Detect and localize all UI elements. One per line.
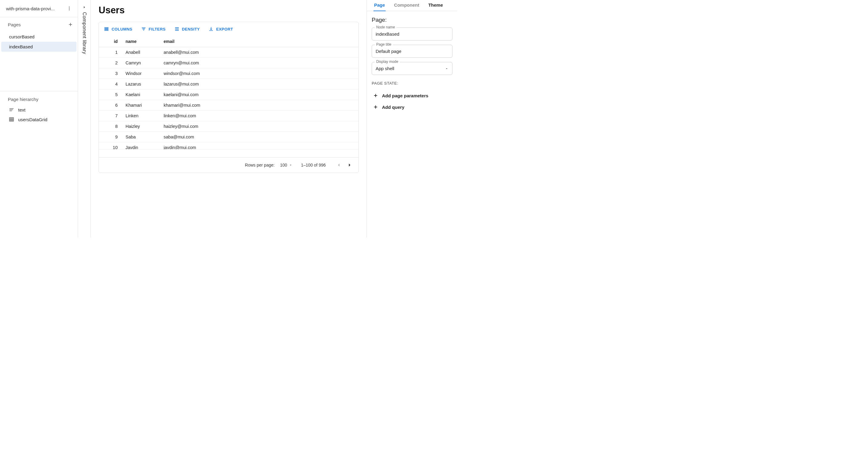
hierarchy-header: Page hierarchy	[0, 95, 78, 105]
cell-id: 5	[99, 90, 123, 100]
svg-rect-14	[106, 27, 107, 31]
panel-heading: Page:	[372, 17, 453, 23]
field-label: Display mode	[375, 60, 400, 64]
inspector-tabs: Page Component Theme	[367, 0, 457, 11]
table-row[interactable]: 3 Windsor windsor@mui.com	[99, 68, 359, 79]
columns-icon	[104, 26, 109, 32]
pagination-info: 1–100 of 996	[301, 163, 326, 167]
component-library-rail: Component library	[78, 0, 91, 237]
pagination-nav	[334, 161, 354, 169]
rail-label[interactable]: Component library	[82, 12, 87, 54]
cell-id: 1	[99, 47, 123, 58]
cell-name: Kaelani	[123, 90, 161, 100]
action-label: Add query	[382, 105, 404, 110]
cell-name: Lazarus	[123, 79, 161, 89]
grid-body: 1 Anabell anabell@mui.com 2 Camryn camry…	[99, 47, 359, 157]
main-canvas: Users COLUMNS FILTERS	[91, 0, 367, 237]
cell-name: Anabell	[123, 47, 161, 58]
project-menu-button[interactable]	[65, 4, 73, 13]
table-row[interactable]: 8 Haizley haizley@mui.com	[99, 121, 359, 132]
cell-email: linken@mui.com	[161, 110, 359, 121]
next-page-button[interactable]	[345, 161, 354, 169]
hierarchy-section: Page hierarchy text usersDataGrid	[0, 91, 78, 124]
cell-email: windsor@mui.com	[161, 68, 359, 78]
users-data-grid: COLUMNS FILTERS DENSITY	[99, 22, 359, 173]
export-label: EXPORT	[216, 27, 233, 31]
display-mode-select[interactable]: App shell	[372, 62, 453, 75]
pages-label: Pages	[8, 22, 66, 27]
cell-id: 7	[99, 110, 123, 121]
hierarchy-item-text[interactable]: text	[0, 105, 78, 115]
page-title-input[interactable]	[372, 45, 453, 58]
prev-page-button[interactable]	[334, 161, 343, 169]
density-button[interactable]: DENSITY	[173, 25, 201, 33]
dropdown-icon	[445, 67, 448, 70]
pages-section-header: Pages	[0, 17, 78, 32]
col-header-name[interactable]: name	[123, 36, 161, 47]
add-query-button[interactable]: Add query	[372, 101, 453, 113]
download-icon	[208, 26, 214, 32]
tab-theme[interactable]: Theme	[428, 2, 443, 11]
cell-name: Windsor	[123, 68, 161, 78]
cell-id: 4	[99, 79, 123, 89]
cell-email: javdin@mui.com	[161, 142, 359, 149]
cell-name: Linken	[123, 110, 161, 121]
cell-name: Camryn	[123, 58, 161, 68]
table-row[interactable]: 9 Saba saba@mui.com	[99, 132, 359, 142]
cell-id: 2	[99, 58, 123, 68]
cell-id: 9	[99, 132, 123, 142]
display-mode-value: App shell	[376, 66, 394, 71]
page-state-heading: PAGE STATE:	[372, 81, 453, 86]
cell-id: 3	[99, 68, 123, 78]
node-name-input[interactable]	[372, 28, 453, 40]
table-row[interactable]: 6 Khamari khamari@mui.com	[99, 100, 359, 110]
table-row[interactable]: 2 Camryn camryn@mui.com	[99, 58, 359, 68]
columns-label: COLUMNS	[112, 27, 132, 31]
expand-rail-button[interactable]	[83, 5, 86, 9]
left-sidebar: with-prisma-data-provi... Pages cursorBa…	[0, 0, 78, 237]
cell-email: khamari@mui.com	[161, 100, 359, 110]
svg-rect-8	[9, 118, 13, 121]
cell-name: Haizley	[123, 121, 161, 131]
grid-header-row: id name email	[99, 36, 359, 47]
cell-email: kaelani@mui.com	[161, 90, 359, 100]
col-header-id[interactable]: id	[99, 36, 123, 47]
page-list: cursorBased indexBased	[0, 32, 78, 52]
add-page-button[interactable]	[66, 20, 75, 29]
project-title: with-prisma-data-provi...	[6, 6, 65, 11]
col-header-email[interactable]: email	[161, 36, 359, 47]
plus-icon	[373, 104, 378, 110]
table-row[interactable]: 5 Kaelani kaelani@mui.com	[99, 90, 359, 100]
action-label: Add page parameters	[382, 93, 428, 98]
rows-per-page-label: Rows per page:	[245, 163, 275, 167]
table-row[interactable]: 1 Anabell anabell@mui.com	[99, 47, 359, 58]
tab-page[interactable]: Page	[373, 2, 385, 11]
page-title: Users	[99, 5, 359, 16]
cell-email: lazarus@mui.com	[161, 79, 359, 89]
rows-per-page: Rows per page: 100	[245, 163, 292, 167]
chevron-right-icon	[83, 5, 86, 9]
chevron-left-icon	[336, 162, 342, 168]
density-label: DENSITY	[182, 27, 200, 31]
svg-point-1	[69, 8, 70, 9]
export-button[interactable]: EXPORT	[207, 25, 235, 33]
text-lines-icon	[8, 107, 14, 113]
plus-icon	[373, 93, 378, 98]
svg-point-0	[69, 7, 70, 7]
hierarchy-item-usersdatagrid[interactable]: usersDataGrid	[0, 115, 78, 124]
cell-id: 6	[99, 100, 123, 110]
rows-per-page-select[interactable]: 100	[280, 163, 292, 167]
table-row[interactable]: 4 Lazarus lazarus@mui.com	[99, 79, 359, 90]
table-row[interactable]: 10 Javdin javdin@mui.com	[99, 142, 359, 150]
page-item-cursorbased[interactable]: cursorBased	[0, 32, 78, 42]
field-label: Page title	[375, 42, 393, 46]
add-page-parameters-button[interactable]: Add page parameters	[372, 90, 453, 101]
dropdown-icon	[289, 163, 292, 167]
table-row[interactable]: 7 Linken linken@mui.com	[99, 110, 359, 121]
filters-button[interactable]: FILTERS	[140, 25, 167, 33]
grid-icon	[8, 117, 14, 122]
svg-rect-13	[105, 27, 105, 31]
page-item-indexbased[interactable]: indexBased	[1, 42, 76, 52]
tab-component[interactable]: Component	[394, 2, 420, 11]
columns-button[interactable]: COLUMNS	[102, 25, 134, 33]
